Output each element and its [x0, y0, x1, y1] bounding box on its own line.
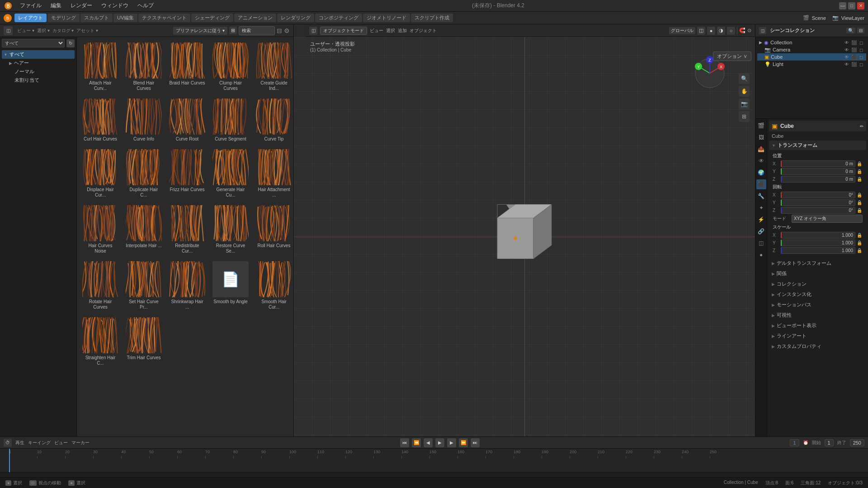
grid-view-btn[interactable]: ⊞	[229, 27, 237, 34]
object-mode-dropdown[interactable]: オブジェクトモード	[320, 27, 367, 35]
output-props-icon[interactable]: 📤	[756, 144, 766, 154]
prev-frame-btn[interactable]: ⏪	[412, 438, 421, 447]
timeline-view-menu[interactable]: ビュー	[54, 440, 68, 446]
material-props-icon[interactable]: ●	[756, 250, 766, 260]
delta-transform-section[interactable]: ▶ デルタトランスフォーム	[769, 258, 866, 268]
tree-item-all[interactable]: ▼ すべて	[2, 50, 75, 59]
render-icon-camera[interactable]: ⬛	[851, 47, 857, 53]
rot-z-value[interactable]: 0°	[781, 207, 855, 214]
tab-scripting[interactable]: スクリプト作成	[411, 14, 453, 22]
list-item[interactable]: Duplicate Hair C...	[124, 147, 164, 200]
filter-icon[interactable]: ⊟	[277, 27, 282, 34]
physics-props-icon[interactable]: ⚡	[756, 215, 766, 225]
menu-help[interactable]: ヘルプ	[134, 1, 157, 10]
list-item[interactable]: Smooth Hair Cur...	[254, 259, 293, 312]
list-item[interactable]: Set Hair Curve Pr...	[124, 259, 164, 312]
pos-x-lock[interactable]: 🔒	[856, 161, 863, 167]
search-input[interactable]: 検索	[239, 26, 275, 35]
menu-render[interactable]: レンダー	[67, 1, 96, 10]
viewport-view-menu[interactable]: ビュー	[370, 28, 383, 34]
pos-y-value[interactable]: 0 m	[781, 168, 855, 175]
visibility-section[interactable]: ▶ 可視性	[769, 310, 866, 320]
camera-row[interactable]: 📷 Camera 👁 ⬛ ◻	[757, 46, 866, 53]
source-filter-select[interactable]: すべて	[2, 39, 65, 47]
motion-path-section[interactable]: ▶ モーションパス	[769, 300, 866, 310]
list-item[interactable]: Curl Hair Curves	[80, 97, 120, 144]
scale-z-value[interactable]: 1.000	[781, 247, 855, 254]
asset-dropdown[interactable]: アセット ▾	[76, 28, 98, 34]
play-btn[interactable]: ▶	[435, 438, 444, 447]
shading-dropdown[interactable]: グローバル	[669, 27, 695, 34]
list-item[interactable]: Braid Hair Curves	[167, 41, 207, 93]
scale-x-value[interactable]: 1.000	[781, 232, 855, 239]
select-icon-cube[interactable]: ◻	[858, 54, 864, 60]
tab-modeling[interactable]: モデリング	[47, 14, 80, 22]
list-item[interactable]: Attach Hair Curv...	[80, 41, 120, 93]
viewport-type-icon[interactable]: ◫	[309, 27, 317, 35]
render-icon-collection[interactable]: ⬛	[851, 39, 857, 46]
rot-y-lock[interactable]: 🔒	[856, 200, 863, 206]
relations-section[interactable]: ▶ 関係	[769, 268, 866, 279]
grid-btn[interactable]: ⊞	[739, 111, 750, 122]
settings-icon[interactable]: ⚙	[284, 27, 290, 34]
list-item[interactable]: Interpolate Hair ...	[124, 203, 164, 256]
current-frame-input[interactable]: 1	[790, 439, 799, 446]
next-keyframe-btn[interactable]: ▶	[447, 438, 456, 447]
frame-end-input[interactable]: 250	[850, 439, 864, 446]
render-icon-cube[interactable]: ⬛	[851, 54, 857, 60]
material-btn[interactable]: ◑	[717, 27, 725, 35]
tab-layout[interactable]: レイアウト	[14, 14, 47, 22]
obj-name-edit-btn[interactable]: ✏	[860, 124, 863, 129]
scale-y-value[interactable]: 1.000	[781, 239, 855, 246]
list-item[interactable]: Generate Hair Cu...	[211, 147, 250, 200]
rot-y-value[interactable]: 0°	[781, 199, 855, 206]
list-item[interactable]: 📄Smooth by Angle	[211, 259, 250, 312]
camera-btn[interactable]: 📷	[739, 99, 750, 109]
select-icon-collection[interactable]: ◻	[858, 39, 864, 46]
eye-icon-collection[interactable]: 👁	[844, 39, 850, 46]
tab-uv[interactable]: UV編集	[113, 14, 137, 22]
pos-x-value[interactable]: 0 m	[781, 160, 855, 167]
lineart-section[interactable]: ▶ ラインアート	[769, 331, 866, 341]
scale-x-lock[interactable]: 🔒	[856, 232, 863, 239]
collection-section[interactable]: ▶ コレクション	[769, 279, 866, 289]
scale-z-lock[interactable]: 🔒	[856, 248, 863, 254]
outliner-type-btn[interactable]: ◫	[759, 27, 766, 34]
viewport-object-menu[interactable]: オブジェクト	[410, 28, 437, 34]
tab-animation[interactable]: アニメーション	[234, 14, 276, 22]
particles-props-icon[interactable]: ✦	[756, 203, 766, 213]
custom-props-section[interactable]: ▶ カスタムプロパティ	[769, 341, 866, 352]
rot-x-lock[interactable]: 🔒	[856, 192, 863, 198]
tab-rendering[interactable]: レンダリング	[277, 14, 314, 22]
list-item[interactable]: Trim Hair Curves	[124, 315, 164, 368]
prev-keyframe-btn[interactable]: ◀	[424, 438, 433, 447]
outliner-search[interactable]: 🔍	[846, 28, 855, 33]
tree-item-normal[interactable]: ノーマル	[2, 67, 75, 76]
timeline-marker-menu[interactable]: マーカー	[71, 440, 90, 446]
eye-icon-camera[interactable]: 👁	[844, 47, 850, 53]
catalog-dropdown[interactable]: カタログ ▾	[52, 28, 74, 34]
modifier-props-icon[interactable]: 🔧	[756, 191, 766, 201]
timeline-type-btn[interactable]: ⏱	[4, 439, 12, 447]
tab-geometry-nodes[interactable]: ジオメトリノード	[363, 14, 410, 22]
eye-icon-cube[interactable]: 👁	[844, 54, 850, 60]
instancing-section[interactable]: ▶ インスタンス化	[769, 289, 866, 300]
close-btn[interactable]: ✕	[857, 2, 864, 9]
transform-header[interactable]: ▼ トランスフォーム	[769, 141, 866, 150]
list-item[interactable]: Straighten Hair C...	[80, 315, 120, 368]
rotation-mode-dropdown[interactable]: XYZ オイラー角	[792, 215, 863, 223]
menu-edit[interactable]: 編集	[47, 1, 65, 10]
menu-file[interactable]: ファイル	[16, 1, 45, 10]
maximize-btn[interactable]: □	[848, 2, 855, 9]
render-icon-light[interactable]: ⬛	[851, 61, 857, 67]
list-item[interactable]: Restore Curve Se...	[211, 203, 250, 256]
snap-icon[interactable]: 🧲	[739, 28, 745, 33]
list-item[interactable]: Rotate Hair Curves	[80, 259, 120, 312]
options-button[interactable]: オプション ∨	[713, 52, 751, 61]
scene-props-icon[interactable]: 🎬	[756, 121, 766, 131]
jump-start-btn[interactable]: ⏮	[400, 438, 409, 447]
jump-end-btn[interactable]: ⏭	[471, 438, 480, 447]
proportional-icon[interactable]: ⊙	[747, 28, 751, 33]
list-item[interactable]: Hair Attachment ...	[254, 147, 293, 200]
viewport-canvas[interactable]: ユーザー・透視投影 (1) Collection | Cube	[294, 37, 755, 436]
